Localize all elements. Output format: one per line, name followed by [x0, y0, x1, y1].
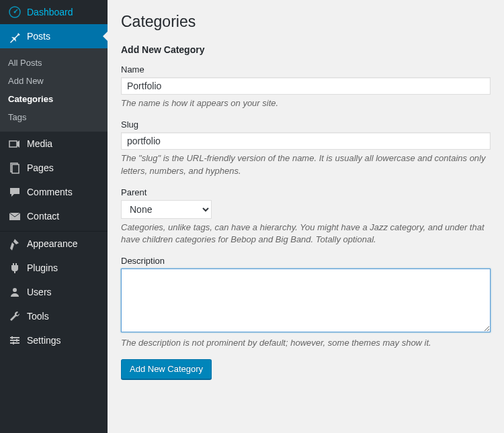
menu-label: Posts [27, 31, 50, 42]
svg-point-1 [14, 11, 16, 13]
menu-media[interactable]: Media [0, 132, 108, 156]
dashboard-icon [8, 5, 22, 19]
section-title: Add New Category [121, 44, 491, 55]
comments-icon [8, 185, 22, 199]
name-help: The name is how it appears on your site. [121, 97, 491, 110]
media-icon [8, 137, 22, 150]
menu-posts[interactable]: Posts [0, 24, 108, 48]
field-parent: Parent None Categories, unlike tags, can… [121, 187, 491, 247]
slug-input[interactable] [121, 132, 491, 150]
menu-label: Plugins [27, 262, 58, 273]
description-textarea[interactable] [121, 269, 491, 332]
menu-pages[interactable]: Pages [0, 156, 108, 180]
menu-contact[interactable]: Contact [0, 204, 108, 228]
menu-tools[interactable]: Tools [0, 304, 108, 328]
menu-appearance[interactable]: Appearance [0, 232, 108, 256]
pushpin-icon [8, 30, 22, 43]
svg-point-6 [13, 288, 17, 292]
svg-rect-2 [9, 141, 17, 147]
slug-label: Slug [121, 119, 491, 130]
svg-rect-8 [10, 340, 19, 341]
pages-icon [8, 161, 22, 175]
parent-select[interactable]: None [121, 200, 212, 219]
submenu-categories[interactable]: Categories [0, 90, 108, 108]
plugins-icon [8, 261, 22, 275]
admin-sidebar: Dashboard Posts All Posts Add New Catego… [0, 0, 108, 433]
field-name: Name The name is how it appears on your … [121, 64, 491, 110]
submenu-add-new[interactable]: Add New [0, 72, 108, 90]
menu-label: Users [27, 287, 52, 297]
parent-label: Parent [121, 187, 491, 197]
slug-help: The "slug" is the URL-friendly version o… [121, 152, 491, 178]
appearance-icon [8, 237, 22, 250]
submenu-posts: All Posts Add New Categories Tags [0, 48, 108, 132]
main-content: Categories Add New Category Name The nam… [108, 0, 504, 433]
menu-label: Comments [27, 187, 73, 197]
name-label: Name [121, 64, 491, 75]
menu-label: Appearance [27, 238, 78, 249]
submit-button[interactable]: Add New Category [121, 359, 212, 379]
menu-label: Dashboard [27, 7, 73, 17]
menu-label: Media [27, 138, 52, 149]
field-description: Description The description is not promi… [121, 256, 491, 350]
settings-icon [8, 334, 22, 347]
envelope-icon [8, 209, 22, 223]
description-label: Description [121, 256, 491, 266]
menu-dashboard[interactable]: Dashboard [0, 0, 108, 24]
menu-label: Contact [27, 211, 59, 222]
tools-icon [8, 309, 22, 323]
svg-rect-10 [11, 336, 13, 339]
menu-comments[interactable]: Comments [0, 180, 108, 204]
menu-label: Settings [27, 335, 61, 346]
users-icon [8, 285, 22, 299]
svg-rect-11 [16, 339, 17, 342]
menu-label: Tools [27, 311, 49, 322]
submenu-all-posts[interactable]: All Posts [0, 54, 108, 72]
svg-rect-9 [10, 342, 19, 344]
field-slug: Slug The "slug" is the URL-friendly vers… [121, 119, 491, 178]
svg-rect-12 [13, 342, 14, 344]
parent-help: Categories, unlike tags, can have a hier… [121, 222, 491, 247]
page-title: Categories [121, 7, 491, 44]
menu-settings[interactable]: Settings [0, 328, 108, 352]
menu-users[interactable]: Users [0, 280, 108, 304]
svg-rect-4 [12, 164, 19, 173]
name-input[interactable] [121, 77, 491, 95]
menu-plugins[interactable]: Plugins [0, 256, 108, 280]
description-help: The description is not prominent by defa… [121, 337, 491, 350]
menu-label: Pages [27, 162, 54, 173]
submenu-tags[interactable]: Tags [0, 108, 108, 126]
